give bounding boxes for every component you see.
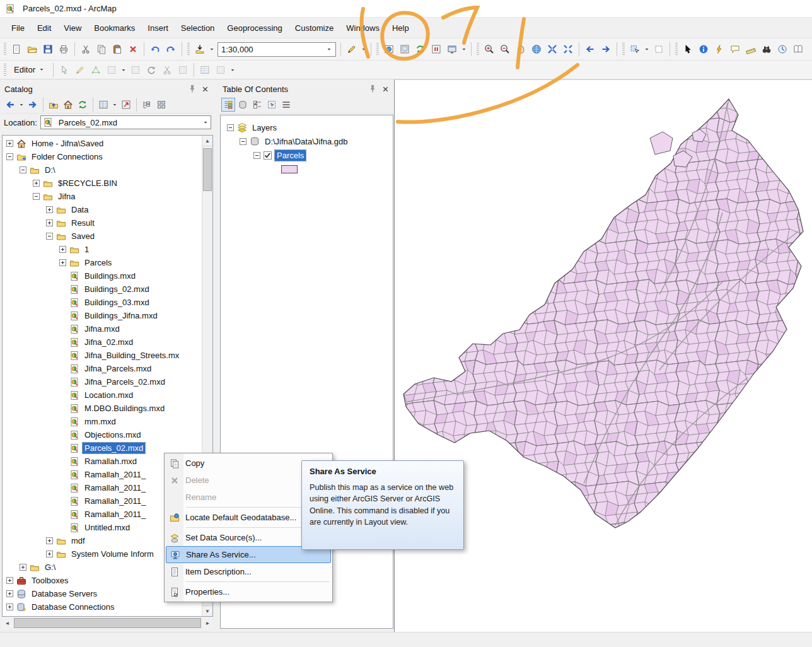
open-folder-icon[interactable] (25, 42, 40, 57)
tree-item-result[interactable]: Result (3, 216, 202, 230)
tree-item-mm-mxd[interactable]: mm.mxd (3, 415, 202, 428)
expander[interactable] (46, 233, 53, 240)
menu-bookmarks[interactable]: Bookmarks (88, 20, 141, 36)
pointer-icon[interactable] (680, 42, 695, 57)
tree-item-m-dbo-buildings-mxd[interactable]: M.DBO.Buildings.mxd (3, 402, 202, 415)
expander[interactable] (33, 180, 40, 187)
tree-item-1[interactable]: 1 (3, 243, 202, 256)
chevron-down-icon[interactable] (120, 62, 127, 78)
location-combo[interactable]: Parcels_02.mxd (40, 115, 211, 129)
back-icon[interactable] (3, 98, 17, 112)
select-features-icon[interactable] (627, 42, 642, 57)
zoom-out-icon[interactable] (497, 42, 513, 57)
forward-icon[interactable] (26, 98, 40, 112)
chevron-down-icon[interactable] (460, 42, 468, 57)
zoom-in-icon[interactable] (482, 42, 497, 57)
context-menu-item-properties[interactable]: Properties... (166, 583, 331, 600)
chevron-down-icon[interactable] (360, 42, 368, 57)
expander[interactable] (6, 153, 13, 160)
new-document-icon[interactable] (9, 42, 24, 57)
toc-item-geodatabase[interactable]: D:\Jifna\Data\Jifna.gdb (221, 134, 393, 148)
edit-tool-icon[interactable] (344, 42, 359, 57)
toc-item-parcels-layer[interactable]: Parcels (221, 148, 393, 162)
add-data-icon[interactable] (192, 42, 207, 57)
chevron-down-icon[interactable] (326, 45, 332, 54)
tree-item-objections-mxd[interactable]: Objections.mxd (3, 428, 202, 441)
pin-icon[interactable] (367, 84, 378, 95)
menu-windows[interactable]: Windows (340, 20, 386, 36)
find-icon[interactable] (759, 42, 774, 57)
tree-item-parcels[interactable]: Parcels (3, 256, 202, 269)
horizontal-scrollbar[interactable]: ◄ ► (2, 617, 213, 629)
tree-item-jifna-parcels-mxd[interactable]: Jifna_Parcels.mxd (3, 362, 202, 375)
tree-view-icon[interactable] (140, 98, 154, 112)
tree-item-recycle-bin[interactable]: $RECYCLE.BIN (3, 177, 202, 190)
forward-extent-icon[interactable] (598, 42, 613, 57)
menu-edit[interactable]: Edit (31, 20, 57, 36)
print-icon[interactable] (56, 42, 71, 57)
drawing-order-icon[interactable] (221, 98, 235, 112)
layer-symbol-swatch[interactable] (281, 165, 298, 173)
scroll-down-icon[interactable]: ▼ (202, 605, 212, 616)
expander[interactable] (227, 124, 234, 131)
copy-icon[interactable] (94, 42, 109, 57)
tree-item-d[interactable]: D:\ (3, 163, 202, 177)
scrollbar-thumb[interactable] (203, 148, 212, 191)
save-icon[interactable] (40, 42, 55, 57)
paste-icon[interactable] (110, 42, 125, 57)
chevron-down-icon[interactable] (208, 42, 216, 57)
tree-item-jifna-parcels-02-mxd[interactable]: Jifna_Parcels_02.mxd (3, 375, 202, 388)
cut-icon[interactable] (78, 42, 93, 57)
expander[interactable] (46, 551, 53, 557)
expander[interactable] (46, 537, 53, 544)
refresh-icon[interactable] (76, 98, 90, 112)
expander[interactable] (20, 564, 26, 571)
chevron-down-icon[interactable] (643, 42, 651, 57)
fixed-zoom-in-icon[interactable] (545, 42, 560, 57)
layer-visibility-checkbox[interactable] (264, 151, 272, 160)
menu-help[interactable]: Help (386, 20, 415, 36)
fixed-zoom-out-icon[interactable] (560, 42, 576, 57)
expander[interactable] (6, 140, 13, 147)
tree-item-buildings-mxd[interactable]: Buildings.mxd (3, 269, 202, 283)
expander[interactable] (20, 166, 26, 173)
tree-item-jifna-02-mxd[interactable]: Jifna_02.mxd (3, 335, 202, 349)
tree-item-home-jifna-saved[interactable]: Home - Jifna\Saved (3, 137, 202, 150)
menu-insert[interactable]: Insert (141, 20, 175, 36)
scroll-up-icon[interactable]: ▲ (202, 136, 212, 146)
tree-item-jifna-mxd[interactable]: Jifna.mxd (3, 322, 202, 335)
chevron-down-icon[interactable] (18, 97, 25, 112)
expander[interactable] (6, 590, 13, 597)
close-icon[interactable] (380, 84, 391, 95)
expander[interactable] (33, 193, 40, 200)
contents-icon[interactable] (96, 98, 110, 112)
pin-icon[interactable] (187, 84, 197, 95)
delete-x-icon[interactable] (125, 42, 141, 57)
tree-item-database-connections[interactable]: Database Connections (3, 600, 202, 614)
tree-item-saved[interactable]: Saved (3, 230, 202, 243)
tree-item-folder-connections[interactable]: Folder Connections (3, 150, 202, 163)
tree-item-jifna-building-streets-mx[interactable]: Jifna_Building_Streets.mx (3, 349, 202, 362)
measure-icon[interactable] (743, 42, 758, 57)
toc-symbol-row[interactable] (221, 162, 393, 176)
expander[interactable] (46, 219, 53, 226)
source-icon[interactable] (236, 98, 250, 112)
tree-item-location-mxd[interactable]: Location.mxd (3, 388, 202, 402)
expander[interactable] (6, 603, 13, 610)
menu-selection[interactable]: Selection (175, 20, 221, 36)
menu-file[interactable]: File (5, 20, 31, 36)
menu-view[interactable]: View (57, 20, 88, 36)
chevron-down-icon[interactable] (202, 118, 209, 127)
time-slider-icon[interactable] (775, 42, 790, 57)
data-view-icon[interactable] (381, 42, 397, 57)
context-menu-item-item-description[interactable]: Item Description... (166, 563, 331, 580)
tree-item-buildings-02-mxd[interactable]: Buildings_02.mxd (3, 283, 202, 296)
expander[interactable] (240, 138, 246, 145)
scroll-left-icon[interactable]: ◄ (2, 617, 13, 629)
layout-view-icon[interactable] (397, 42, 412, 57)
selection-icon[interactable] (265, 98, 279, 112)
undo-icon[interactable] (148, 42, 163, 57)
pause-drawing-icon[interactable] (429, 42, 444, 57)
expander[interactable] (46, 206, 53, 213)
chevron-down-icon[interactable] (229, 62, 236, 78)
